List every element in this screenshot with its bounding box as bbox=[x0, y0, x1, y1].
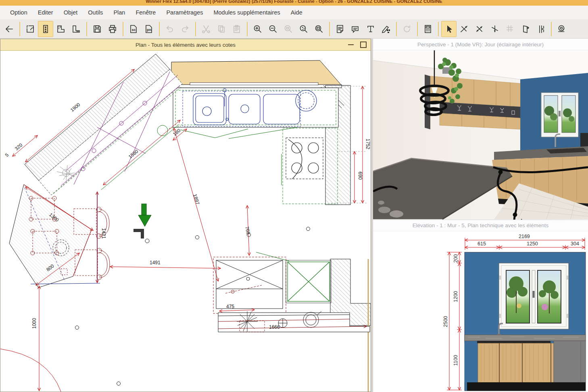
dim-1000: 1000 bbox=[31, 318, 37, 329]
zoom-window-icon bbox=[281, 21, 296, 37]
cut-icon bbox=[198, 21, 214, 37]
table-arc bbox=[0, 349, 61, 392]
undo-icon bbox=[162, 21, 177, 37]
menu-option[interactable]: Option bbox=[5, 7, 33, 18]
toolbar-separator bbox=[396, 22, 397, 36]
grid-icon bbox=[503, 21, 518, 37]
print-icon[interactable] bbox=[105, 21, 120, 37]
window-title: Winner Flex 12.5a4.0 [304783] (Pierre Go… bbox=[0, 0, 588, 4]
menu-fenetre[interactable]: Fenêtre bbox=[130, 7, 161, 18]
toolbar-separator bbox=[438, 22, 439, 36]
calculator-icon[interactable] bbox=[420, 21, 436, 37]
cabinet-list-icon[interactable] bbox=[38, 21, 53, 37]
menu-editer[interactable]: Editer bbox=[33, 7, 58, 18]
bar-counter[interactable] bbox=[9, 185, 92, 288]
dim-1200: 1200 bbox=[453, 291, 459, 302]
dim-1100: 1100 bbox=[453, 355, 459, 366]
tape-measure-icon[interactable] bbox=[554, 21, 569, 37]
dim-2169: 2169 bbox=[519, 234, 530, 239]
dim-1250: 1250 bbox=[527, 241, 538, 247]
corner-unit-right-icon[interactable] bbox=[69, 21, 84, 37]
dim-2500: 2500 bbox=[443, 316, 448, 327]
svg-text:sc: sc bbox=[132, 28, 136, 32]
dim-1666: 1666 bbox=[269, 324, 280, 330]
dim-1580: 1580 bbox=[127, 148, 140, 160]
toolbar-separator bbox=[86, 22, 87, 36]
dim-475: 475 bbox=[226, 304, 234, 309]
perspective-title: Perspective - 1 (Mode VR): Jour (éclaira… bbox=[417, 41, 544, 48]
svg-text:pn: pn bbox=[147, 28, 151, 32]
snap-element-icon[interactable] bbox=[457, 21, 472, 37]
corner-unit-left-icon[interactable] bbox=[53, 21, 69, 37]
sink-counter[interactable] bbox=[173, 88, 338, 139]
dim-320: 320 bbox=[14, 142, 24, 151]
parallel-guides-icon[interactable] bbox=[533, 21, 548, 37]
note-icon[interactable] bbox=[332, 21, 348, 37]
paste-icon bbox=[229, 21, 244, 37]
plan-canvas[interactable]: 1900 320 5 1580 180 1897 768 1421 1491 1… bbox=[0, 51, 371, 392]
text-icon[interactable] bbox=[363, 21, 378, 37]
elevation-title: Elévation - 1 : Mur - 5, Plan technique … bbox=[413, 222, 549, 228]
view-direction-arrow[interactable] bbox=[138, 204, 151, 226]
dim-690: 690 bbox=[357, 172, 363, 180]
toolbar-separator bbox=[417, 22, 418, 36]
menu-bar: Option Editer Objet Outils Plan Fenêtre … bbox=[0, 6, 588, 19]
toolbar-separator bbox=[195, 22, 196, 36]
window-titlebar[interactable]: Winner Flex 12.5a4.0 [304783] (Pierre Go… bbox=[0, 0, 588, 6]
maximize-icon[interactable] bbox=[360, 41, 367, 48]
elevation-view[interactable]: 2169 615 1250 304 2500 200 1200 1100 bbox=[373, 231, 588, 392]
copy-icon bbox=[214, 21, 229, 37]
menu-parametrages[interactable]: Paramètrages bbox=[161, 7, 208, 18]
dim-200: 200 bbox=[453, 254, 459, 263]
elevation-window bbox=[499, 263, 569, 329]
plan-window: Plan - Tous les éléments avec leurs cote… bbox=[0, 39, 371, 392]
application-window: Winner Flex 12.5a4.0 [304783] (Pierre Go… bbox=[0, 0, 588, 392]
sc-document-icon[interactable]: sc bbox=[126, 21, 141, 37]
perspective-titlebar[interactable]: Perspective - 1 (Mode VR): Jour (éclaira… bbox=[373, 39, 588, 50]
right-column: Perspective - 1 (Mode VR): Jour (éclaira… bbox=[373, 39, 588, 392]
dim-615: 615 bbox=[477, 241, 486, 247]
pn-document-icon[interactable]: pn bbox=[141, 21, 156, 37]
snap-free-icon[interactable] bbox=[487, 21, 503, 37]
menu-outils[interactable]: Outils bbox=[83, 7, 108, 18]
toolbar-separator bbox=[329, 22, 330, 36]
redo-icon bbox=[177, 21, 193, 37]
snap-wall-icon[interactable] bbox=[472, 21, 487, 37]
cursor-icon[interactable] bbox=[441, 21, 457, 37]
walkthrough-icon[interactable] bbox=[518, 21, 533, 37]
dim-1897: 1897 bbox=[192, 193, 200, 205]
perspective-view[interactable] bbox=[373, 50, 588, 220]
menu-modules[interactable]: Modules supplémentaires bbox=[208, 7, 285, 18]
dim-5: 5 bbox=[4, 152, 10, 158]
menu-objet[interactable]: Objet bbox=[58, 7, 83, 18]
dim-1421: 1421 bbox=[101, 228, 106, 239]
color-palette-icon[interactable] bbox=[378, 21, 394, 37]
toolbar-separator bbox=[551, 22, 552, 36]
elevation-titlebar[interactable]: Elévation - 1 : Mur - 5, Plan technique … bbox=[373, 220, 588, 231]
window bbox=[541, 93, 578, 137]
floor-plan-drawing[interactable]: 1900 320 5 1580 180 1897 768 1421 1491 1… bbox=[0, 51, 371, 392]
elevation-base-cabinets bbox=[465, 341, 586, 391]
comment-icon[interactable] bbox=[348, 21, 363, 37]
save-icon[interactable] bbox=[90, 21, 105, 37]
rotate-icon bbox=[399, 21, 415, 37]
room-plan-icon[interactable] bbox=[23, 21, 38, 37]
toolbar-separator bbox=[123, 22, 123, 36]
workspace: Plan - Tous les éléments avec leurs cote… bbox=[0, 39, 588, 392]
toolbar: sc pn bbox=[0, 19, 588, 39]
menu-plan[interactable]: Plan bbox=[108, 7, 130, 18]
dim-1491: 1491 bbox=[150, 260, 161, 265]
zoom-out-icon[interactable] bbox=[265, 21, 281, 37]
dim-768: 768 bbox=[244, 226, 251, 235]
menu-aide[interactable]: Aide bbox=[286, 7, 308, 18]
zoom-in-icon[interactable] bbox=[250, 21, 265, 37]
minimize-icon[interactable] bbox=[348, 44, 354, 45]
back-arrow-icon[interactable] bbox=[2, 21, 17, 37]
zoom-objects-icon[interactable] bbox=[296, 21, 311, 37]
plan-titlebar[interactable]: Plan - Tous les éléments avec leurs cote… bbox=[0, 39, 371, 51]
dim-1752: 1752 bbox=[365, 139, 371, 149]
bottom-counter[interactable] bbox=[218, 311, 370, 332]
ceiling-lights bbox=[75, 227, 310, 386]
zoom-page-icon[interactable] bbox=[311, 21, 327, 37]
dim-1900: 1900 bbox=[69, 102, 81, 113]
